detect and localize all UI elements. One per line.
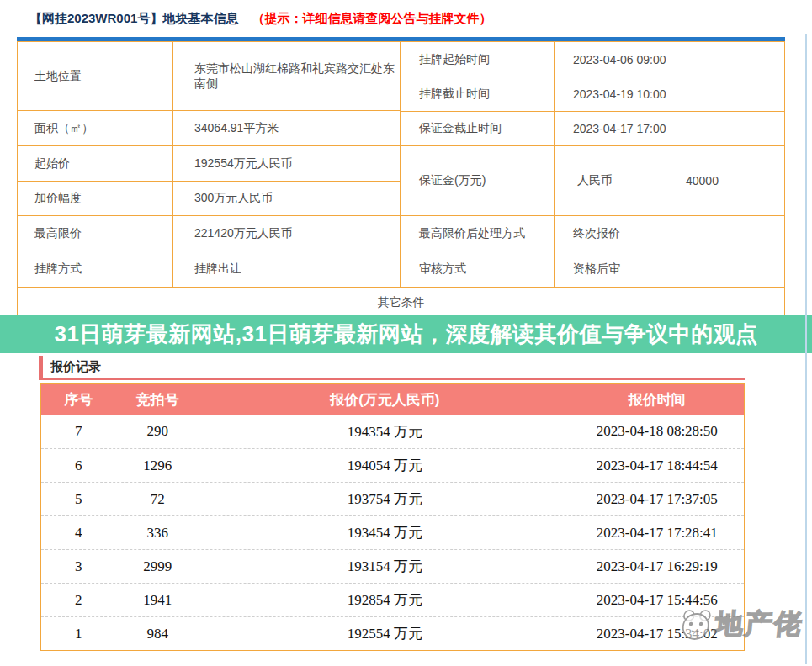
- column-header-price: 报价(万元人民币): [199, 390, 571, 410]
- row-label: 加价幅度: [18, 182, 173, 215]
- bidder-cell: 1941: [116, 592, 199, 609]
- time-cell: 2023-04-17 18:44:54: [571, 457, 744, 474]
- page-right-border: [805, 34, 807, 664]
- bidder-cell: 2999: [116, 558, 199, 575]
- price-cell: 193154 万元: [199, 557, 571, 576]
- price-cell: 192854 万元: [199, 590, 571, 610]
- time-cell: 2023-04-18 08:28:50: [571, 423, 744, 440]
- bid-table-header: 序号 竞拍号 报价(万元人民币) 报价时间: [41, 384, 744, 415]
- page-header: 【网挂2023WR001号】地块基本信息 （提示：详细信息请查阅公告与挂牌文件）: [29, 11, 491, 27]
- bid-title-underline: [39, 378, 745, 380]
- seq-cell: 5: [41, 491, 116, 508]
- page-title: 【网挂2023WR001号】地块基本信息: [29, 11, 238, 27]
- table-row: 1 984 192554 万元 2023-04-17 15:34:02: [41, 616, 744, 650]
- row-value: 终次报价: [555, 216, 784, 251]
- bidder-cell: 336: [116, 525, 199, 542]
- column-header-seq: 序号: [41, 390, 116, 410]
- table-row: 5 72 193754 万元 2023-04-17 17:37:05: [41, 482, 744, 515]
- info-left-column: 土地位置 东莞市松山湖红棉路和礼宾路交汇处东南侧 面积（㎡） 34064.91平…: [18, 42, 401, 288]
- table-row-deposit: 保证金(万元) 人民币 40000: [401, 146, 784, 216]
- price-cell: 193454 万元: [199, 523, 571, 542]
- row-label: 面积（㎡）: [18, 111, 173, 145]
- headline-banner: 31日萌芽最新网站,31日萌芽最新网站，深度解读其价值与争议中的观点: [0, 315, 812, 353]
- price-cell: 194354 万元: [199, 422, 571, 441]
- row-label: 土地位置: [18, 42, 173, 110]
- row-value: 资格后审: [555, 251, 784, 287]
- column-header-bidder: 竞拍号: [116, 390, 199, 410]
- row-value: 2023-04-06 09:00: [555, 42, 784, 77]
- row-value: 34064.91平方米: [173, 111, 400, 145]
- table-row: 挂牌截止时间 2023-04-19 10:00: [401, 77, 784, 112]
- land-auction-page: 【网挂2023WR001号】地块基本信息 （提示：详细信息请查阅公告与挂牌文件）…: [0, 0, 812, 666]
- headline-text: 31日萌芽最新网站,31日萌芽最新网站，深度解读其价值与争议中的观点: [54, 320, 757, 349]
- row-label: 最高限价后处理方式: [401, 216, 555, 251]
- time-cell: 2023-04-17 17:37:05: [571, 491, 744, 508]
- table-row: 挂牌起始时间 2023-04-06 09:00: [401, 42, 784, 77]
- row-label: 挂牌截止时间: [401, 77, 555, 111]
- time-cell: 2023-04-17 15:44:56: [571, 592, 744, 609]
- table-row: 审核方式 资格后审: [401, 251, 784, 288]
- table-row: 最高限价 221420万元人民币: [18, 216, 400, 251]
- deposit-currency: 人民币: [555, 146, 666, 215]
- row-label: 挂牌起始时间: [401, 42, 555, 77]
- table-row: 3 2999 193154 万元 2023-04-17 16:29:19: [41, 549, 744, 583]
- info-right-column: 挂牌起始时间 2023-04-06 09:00 挂牌截止时间 2023-04-1…: [401, 42, 784, 288]
- bidder-cell: 984: [116, 626, 199, 642]
- table-row: 6 1296 194054 万元 2023-04-17 18:44:54: [41, 448, 744, 482]
- seq-cell: 1: [41, 626, 116, 642]
- time-cell: 2023-04-17 16:29:19: [571, 558, 744, 575]
- row-value: 2023-04-17 17:00: [555, 112, 784, 145]
- time-cell: 2023-04-17 17:28:41: [571, 525, 744, 542]
- bid-record-table: 序号 竞拍号 报价(万元人民币) 报价时间 7 290 194354 万元 20…: [40, 383, 745, 651]
- land-info-table-body: 土地位置 东莞市松山湖红棉路和礼宾路交汇处东南侧 面积（㎡） 34064.91平…: [18, 42, 784, 288]
- table-row: 加价幅度 300万元人民币: [18, 182, 400, 216]
- seq-cell: 4: [41, 525, 116, 542]
- row-label: 审核方式: [401, 251, 555, 287]
- row-value: 东莞市松山湖红棉路和礼宾路交汇处东南侧: [173, 42, 400, 110]
- table-row: 面积（㎡） 34064.91平方米: [18, 111, 400, 146]
- bid-record-title: 报价记录: [39, 356, 101, 378]
- bidder-cell: 290: [116, 423, 199, 440]
- bidder-cell: 72: [116, 491, 199, 508]
- seq-cell: 2: [41, 592, 116, 609]
- row-label: 保证金截止时间: [401, 112, 555, 145]
- row-label: 保证金(万元): [401, 146, 555, 215]
- table-row: 挂牌方式 挂牌出让: [18, 251, 400, 288]
- row-label: 起始价: [18, 146, 173, 181]
- row-value: 221420万元人民币: [173, 216, 400, 251]
- row-value: 2023-04-19 10:00: [555, 77, 784, 111]
- table-row: 土地位置 东莞市松山湖红棉路和礼宾路交汇处东南侧: [18, 42, 400, 111]
- land-info-table: 土地位置 东莞市松山湖红棉路和礼宾路交汇处东南侧 面积（㎡） 34064.91平…: [17, 41, 785, 318]
- row-value: 挂牌出让: [173, 251, 400, 287]
- row-label: 挂牌方式: [18, 251, 173, 287]
- table-row: 最高限价后处理方式 终次报价: [401, 216, 784, 251]
- price-cell: 194054 万元: [199, 456, 571, 475]
- price-cell: 193754 万元: [199, 489, 571, 509]
- seq-cell: 6: [41, 457, 116, 474]
- seq-cell: 7: [41, 423, 116, 440]
- row-label: 最高限价: [18, 216, 173, 251]
- table-row: 2 1941 192854 万元 2023-04-17 15:44:56: [41, 583, 744, 616]
- price-cell: 192554 万元: [199, 624, 571, 643]
- table-row: 7 290 194354 万元 2023-04-18 08:28:50: [41, 415, 744, 448]
- other-conditions-row: 其它条件: [18, 288, 784, 317]
- page-hint: （提示：详细信息请查阅公告与挂牌文件）: [252, 11, 491, 27]
- seq-cell: 3: [41, 558, 116, 575]
- row-value: 192554万元人民币: [173, 146, 400, 181]
- table-row: 4 336 193454 万元 2023-04-17 17:28:41: [41, 515, 744, 549]
- table-row: 保证金截止时间 2023-04-17 17:00: [401, 112, 784, 146]
- bidder-cell: 1296: [116, 457, 199, 474]
- row-value: 300万元人民币: [173, 182, 400, 215]
- time-cell: 2023-04-17 15:34:02: [571, 626, 744, 642]
- column-header-time: 报价时间: [571, 390, 744, 410]
- table-row: 起始价 192554万元人民币: [18, 146, 400, 182]
- deposit-amount: 40000: [666, 146, 784, 215]
